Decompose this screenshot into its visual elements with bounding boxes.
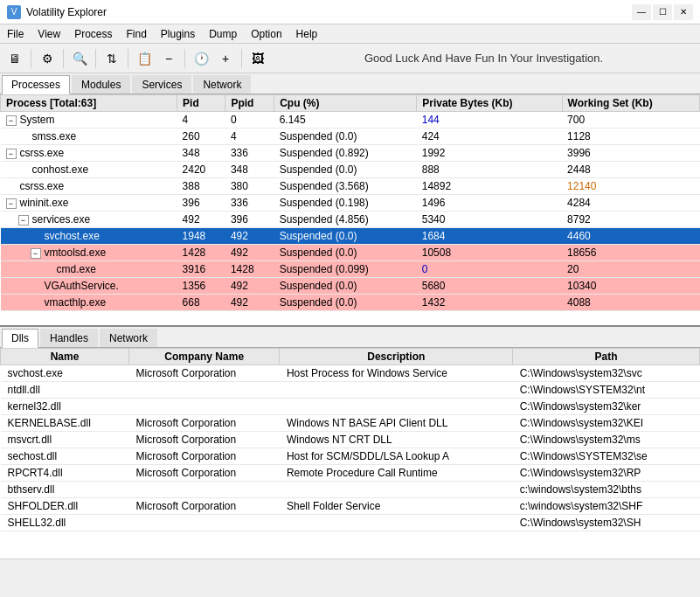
list-item[interactable]: SHELL32.dllC:\Windows\system32\SH [1, 514, 700, 531]
table-row[interactable]: svchost.exe1948492Suspended (0.0)1684446… [1, 228, 700, 245]
maximize-button[interactable]: ☐ [653, 4, 672, 20]
process-private-bytes: 888 [417, 162, 562, 178]
toolbar-clock-btn[interactable]: 🕐 [190, 47, 212, 70]
close-button[interactable]: ✕ [674, 4, 693, 20]
dll-description: Host for SCM/SDDL/LSA Lookup A [280, 448, 513, 464]
process-cpu: Suspended (0.0) [274, 295, 417, 311]
col-pid[interactable]: Pid [177, 95, 225, 112]
app-icon: V [7, 5, 21, 19]
dll-name: SHELL32.dll [1, 514, 129, 531]
menu-file[interactable]: File [0, 24, 31, 43]
list-item[interactable]: svchost.exeMicrosoft CorporationHost Pro… [1, 364, 700, 381]
list-item[interactable]: msvcrt.dllMicrosoft CorporationWindows N… [1, 431, 700, 448]
table-row[interactable]: VGAuthService.1356492Suspended (0.0)5680… [1, 278, 700, 295]
list-item[interactable]: kernel32.dllC:\Windows\system32\ker [1, 398, 700, 414]
menu-option[interactable]: Option [244, 24, 288, 43]
list-item[interactable]: KERNELBASE.dllMicrosoft CorporationWindo… [1, 414, 700, 431]
col-ppid[interactable]: Ppid [225, 95, 274, 112]
tab-network[interactable]: Network [193, 75, 251, 94]
tab-modules[interactable]: Modules [72, 75, 130, 94]
table-row[interactable]: −services.exe492396Suspended (4.856)5340… [1, 212, 700, 228]
sep6 [241, 49, 242, 68]
toolbar-copy-btn[interactable]: 📋 [133, 47, 156, 70]
process-private-bytes: 424 [417, 128, 562, 145]
expand-icon[interactable]: − [31, 248, 41, 259]
expand-icon[interactable]: − [6, 115, 17, 126]
toolbar-search-btn[interactable]: 🔍 [68, 47, 91, 70]
process-cpu: Suspended (3.568) [274, 178, 417, 195]
dll-table-container[interactable]: Name Company Name Description Path svcho… [0, 348, 700, 559]
toolbar-gear-btn[interactable]: ⚙ [36, 47, 59, 70]
process-pid: 1428 [177, 245, 225, 261]
tab-network2[interactable]: Network [100, 329, 157, 347]
toolbar-image-btn[interactable]: 🖼 [246, 47, 269, 70]
toolbar-plus-btn[interactable]: + [214, 47, 237, 70]
dll-name: ntdll.dll [1, 381, 129, 398]
table-row[interactable]: cmd.exe39161428Suspended (0.099)020 [1, 261, 700, 278]
process-name: vmacthlp.exe [1, 295, 177, 311]
toolbar-process-btn[interactable]: 🖥 [3, 47, 26, 70]
menu-process[interactable]: Process [67, 24, 119, 43]
expand-icon[interactable]: − [6, 198, 17, 209]
col-private-bytes[interactable]: Private Bytes (Kb) [417, 95, 562, 112]
col-process[interactable]: Process [Total:63] [1, 95, 177, 112]
list-item[interactable]: ntdll.dllC:\Windows\SYSTEM32\nt [1, 381, 700, 398]
tab-processes[interactable]: Processes [2, 75, 70, 94]
status-text [3, 562, 6, 573]
menu-plugins[interactable]: Plugins [154, 24, 202, 43]
process-cpu: Suspended (0.0) [274, 162, 417, 178]
dll-col-name[interactable]: Name [1, 348, 129, 364]
col-cpu[interactable]: Cpu (%) [274, 95, 417, 112]
list-item[interactable]: SHFOLDER.dllMicrosoft CorporationShell F… [1, 497, 700, 514]
tab-handles[interactable]: Handles [40, 329, 98, 347]
app-title: Volatility Explorer [26, 6, 632, 18]
process-table-container[interactable]: Process [Total:63] Pid Ppid Cpu (%) Priv… [0, 94, 700, 327]
menu-help[interactable]: Help [289, 24, 325, 43]
menu-dump[interactable]: Dump [202, 24, 244, 43]
process-private-bytes: 0 [417, 261, 562, 278]
dll-path: C:\Windows\system32\svc [513, 364, 700, 381]
expand-icon[interactable]: − [18, 215, 29, 226]
process-ppid: 0 [225, 112, 274, 128]
dll-description [280, 481, 513, 497]
menu-bar: File View Process Find Plugins Dump Opti… [0, 24, 700, 44]
table-row[interactable]: vmacthlp.exe668492Suspended (0.0)1432408… [1, 295, 700, 311]
menu-view[interactable]: View [31, 24, 67, 43]
toolbar-arrows-btn[interactable]: ⇅ [100, 47, 123, 70]
minimize-button[interactable]: — [632, 4, 651, 20]
list-item[interactable]: bthserv.dllc:\windows\system32\bths [1, 481, 700, 497]
list-item[interactable]: RPCRT4.dllMicrosoft CorporationRemote Pr… [1, 464, 700, 481]
process-cpu: Suspended (0.0) [274, 245, 417, 261]
table-row[interactable]: −csrss.exe348336Suspended (0.892)1992399… [1, 145, 700, 162]
dll-name: kernel32.dll [1, 398, 129, 414]
process-working-set: 18656 [562, 245, 699, 261]
dll-company: Microsoft Corporation [128, 497, 279, 514]
dll-col-company[interactable]: Company Name [128, 348, 279, 364]
col-working-set[interactable]: Working Set (Kb) [562, 95, 699, 112]
dll-name: sechost.dll [1, 448, 129, 464]
tab-dlls[interactable]: Dlls [2, 329, 38, 348]
menu-find[interactable]: Find [120, 24, 154, 43]
table-row[interactable]: conhost.exe2420348Suspended (0.0)8882448 [1, 162, 700, 178]
sep3 [95, 49, 96, 68]
expand-icon[interactable]: − [6, 149, 17, 159]
dll-company: Microsoft Corporation [128, 448, 279, 464]
table-row[interactable]: −vmtoolsd.exe1428492Suspended (0.0)10508… [1, 245, 700, 261]
process-name: conhost.exe [1, 162, 177, 178]
process-name: −services.exe [1, 212, 177, 228]
dll-col-description[interactable]: Description [280, 348, 513, 364]
process-cpu: Suspended (0.198) [274, 195, 417, 212]
process-working-set: 3996 [562, 145, 699, 162]
toolbar-minus-btn[interactable]: − [157, 47, 180, 70]
table-row[interactable]: −wininit.exe396336Suspended (0.198)14964… [1, 195, 700, 212]
table-row[interactable]: csrss.exe388380Suspended (3.568)14892121… [1, 178, 700, 195]
dll-company: Microsoft Corporation [128, 431, 279, 448]
tab-services[interactable]: Services [132, 75, 191, 94]
list-item[interactable]: sechost.dllMicrosoft CorporationHost for… [1, 448, 700, 464]
table-row[interactable]: −System406.145144700 [1, 112, 700, 128]
dll-col-path[interactable]: Path [513, 348, 700, 364]
process-working-set: 20 [562, 261, 699, 278]
dll-table: Name Company Name Description Path svcho… [0, 348, 700, 531]
table-row[interactable]: smss.exe2604Suspended (0.0)4241128 [1, 128, 700, 145]
process-cpu: Suspended (0.0) [274, 128, 417, 145]
